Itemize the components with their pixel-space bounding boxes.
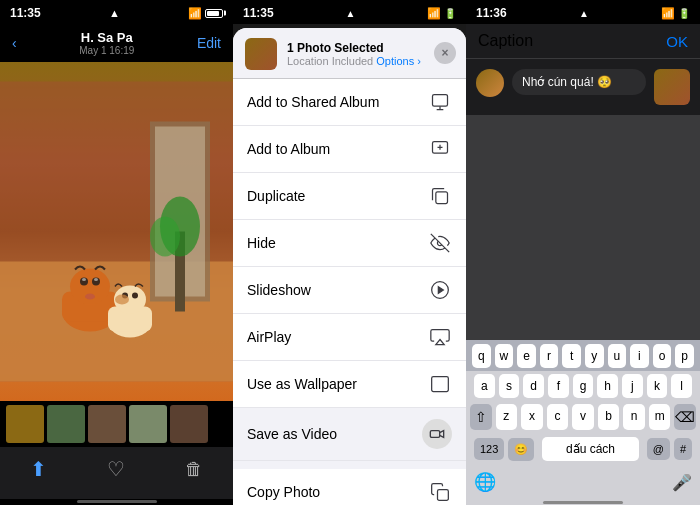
- key-y[interactable]: y: [585, 344, 604, 368]
- like-button[interactable]: ♡: [107, 457, 125, 481]
- key-f[interactable]: f: [548, 374, 569, 398]
- airplay-icon: [428, 325, 452, 349]
- thumbnail-item[interactable]: [6, 405, 44, 443]
- menu-item-copy-photo[interactable]: Copy Photo: [233, 469, 466, 505]
- thumbnail-item[interactable]: [129, 405, 167, 443]
- menu-item-slideshow[interactable]: Slideshow: [233, 267, 466, 314]
- key-n[interactable]: n: [623, 404, 645, 430]
- status-bar-panel3: 11:36 ▲ 📶 🔋: [466, 0, 700, 24]
- signal-icon: ▲: [109, 7, 120, 19]
- thumbnail-strip[interactable]: [0, 401, 233, 447]
- mic-key[interactable]: 🎤: [672, 473, 692, 492]
- signal-icon3: ▲: [579, 8, 589, 19]
- globe-key[interactable]: 🌐: [474, 471, 496, 493]
- menu-item-wallpaper[interactable]: Use as Wallpaper: [233, 361, 466, 408]
- key-p[interactable]: p: [675, 344, 694, 368]
- duplicate-icon: [428, 184, 452, 208]
- selected-count-label: 1 Photo Selected: [287, 41, 421, 55]
- key-m[interactable]: m: [649, 404, 671, 430]
- delete-key[interactable]: ⌫: [674, 404, 696, 430]
- key-o[interactable]: o: [653, 344, 672, 368]
- svg-point-17: [115, 295, 129, 305]
- at-key[interactable]: @: [647, 438, 670, 460]
- status-bar-panel1: 11:35 ▲ 📶: [0, 0, 233, 24]
- key-k[interactable]: k: [647, 374, 668, 398]
- home-indicator-panel3: [543, 501, 623, 504]
- time-panel3: 11:36: [476, 6, 507, 20]
- back-button[interactable]: ‹: [12, 35, 17, 51]
- menu-item-duplicate[interactable]: Duplicate: [233, 173, 466, 220]
- key-q[interactable]: q: [472, 344, 491, 368]
- menu-label: Save as Video: [247, 426, 337, 442]
- nav-title-area: H. Sa Pa May 1 16:19: [79, 30, 134, 56]
- wallpaper-icon: [428, 372, 452, 396]
- svg-point-10: [94, 278, 98, 281]
- sheet-photo-thumb: [245, 38, 277, 70]
- shift-key[interactable]: ⇧: [470, 404, 492, 430]
- key-u[interactable]: u: [608, 344, 627, 368]
- delete-button[interactable]: 🗑: [185, 459, 203, 480]
- menu-label: Add to Shared Album: [247, 94, 379, 110]
- key-j[interactable]: j: [622, 374, 643, 398]
- key-l[interactable]: l: [671, 374, 692, 398]
- key-b[interactable]: b: [598, 404, 620, 430]
- photo-nav-bar: ‹ H. Sa Pa May 1 16:19 Edit: [0, 24, 233, 62]
- key-r[interactable]: r: [540, 344, 559, 368]
- caption-ok-button[interactable]: OK: [666, 33, 688, 50]
- hash-key[interactable]: #: [674, 438, 692, 460]
- key-s[interactable]: s: [499, 374, 520, 398]
- status-icons-panel3: 📶 🔋: [661, 7, 690, 20]
- svg-point-11: [85, 294, 95, 300]
- photo-attachment-thumb: [654, 69, 690, 105]
- key-a[interactable]: a: [474, 374, 495, 398]
- caption-title: Caption: [478, 32, 533, 50]
- key-t[interactable]: t: [562, 344, 581, 368]
- space-key[interactable]: dấu cách: [542, 437, 638, 461]
- time-panel1: 11:35: [10, 6, 41, 20]
- menu-item-hide[interactable]: Hide: [233, 220, 466, 267]
- share-menu-list: Add to Shared Album Add to Album Duplica…: [233, 79, 466, 505]
- thumbnail-item[interactable]: [170, 405, 208, 443]
- menu-item-add-to-album[interactable]: Add to Album: [233, 126, 466, 173]
- share-button[interactable]: ⬆: [30, 457, 47, 481]
- num-key[interactable]: 123: [474, 438, 504, 460]
- menu-item-airplay[interactable]: AirPlay: [233, 314, 466, 361]
- keyboard-row-2: a s d f g h j k l: [466, 371, 700, 401]
- message-bubble: Nhớ cún quá! 🥺: [512, 69, 646, 95]
- photo-date: May 1 16:19: [79, 45, 134, 56]
- key-e[interactable]: e: [517, 344, 536, 368]
- key-d[interactable]: d: [523, 374, 544, 398]
- battery-icon3: 🔋: [678, 8, 690, 19]
- key-c[interactable]: c: [547, 404, 569, 430]
- svg-rect-30: [438, 490, 449, 501]
- emoji-key[interactable]: 😊: [508, 438, 534, 461]
- wifi-icon3: 📶: [661, 7, 675, 20]
- svg-marker-27: [436, 340, 444, 345]
- location-text: Location Included: [287, 55, 373, 67]
- thumbnail-item[interactable]: [88, 405, 126, 443]
- status-icons-panel2: 📶 🔋: [427, 7, 456, 20]
- menu-item-save-as-video[interactable]: Save as Video: [233, 408, 466, 461]
- thumbnail-item[interactable]: [47, 405, 85, 443]
- sheet-header: 1 Photo Selected Location Included Optio…: [233, 28, 466, 79]
- options-link[interactable]: Options ›: [376, 55, 421, 67]
- svg-point-20: [150, 217, 180, 257]
- photo-toolbar: ⬆ ♡ 🗑: [0, 447, 233, 499]
- svg-rect-28: [432, 377, 449, 392]
- keyboard-bottom-row: 123 😊 dấu cách @ #: [466, 433, 700, 469]
- key-v[interactable]: v: [572, 404, 594, 430]
- sheet-close-button[interactable]: ×: [434, 42, 456, 64]
- key-i[interactable]: i: [630, 344, 649, 368]
- key-g[interactable]: g: [573, 374, 594, 398]
- keyboard-row-1: q w e r t y u i o p: [466, 340, 700, 371]
- edit-button[interactable]: Edit: [197, 35, 221, 51]
- key-h[interactable]: h: [597, 374, 618, 398]
- menu-item-add-shared-album[interactable]: Add to Shared Album: [233, 79, 466, 126]
- hide-icon: [428, 231, 452, 255]
- key-x[interactable]: x: [521, 404, 543, 430]
- key-z[interactable]: z: [496, 404, 518, 430]
- key-w[interactable]: w: [495, 344, 514, 368]
- caption-message-area: Nhớ cún quá! 🥺: [466, 59, 700, 116]
- menu-label: Copy Photo: [247, 484, 320, 500]
- menu-label: Add to Album: [247, 141, 330, 157]
